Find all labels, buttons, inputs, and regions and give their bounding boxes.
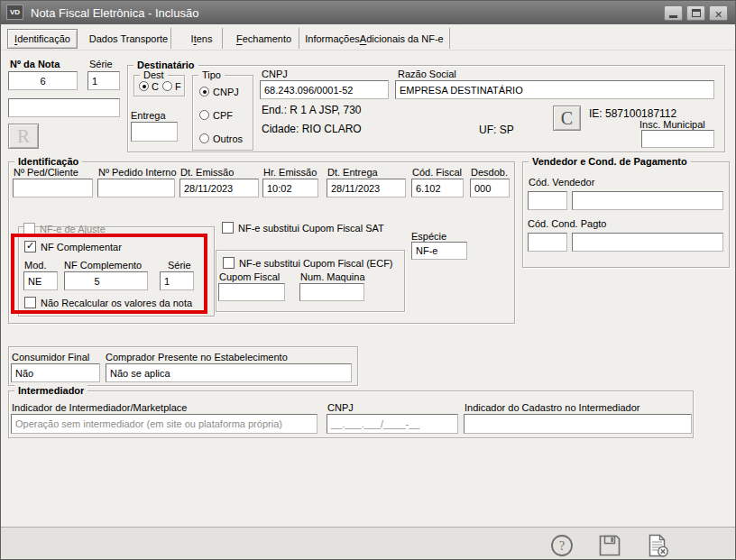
identificacao-title: Identificação bbox=[14, 156, 82, 167]
mod-label: Mod. bbox=[24, 260, 46, 271]
sat-label: NF-e substitui Cupom Fiscal SAT bbox=[238, 223, 384, 234]
tab-identifica-o[interactable]: Identificação bbox=[7, 29, 78, 49]
serie-complemento-label: Série bbox=[168, 260, 191, 271]
hr-emissao-label: Hr. Emissão bbox=[263, 167, 317, 178]
nf-complementar-checkbox[interactable] bbox=[24, 241, 36, 252]
help-button[interactable]: ? bbox=[549, 533, 575, 558]
cod-fiscal-field[interactable]: 6.102 bbox=[411, 179, 464, 197]
entrega-label: Entrega bbox=[131, 110, 166, 121]
pedido-interno-field[interactable] bbox=[97, 179, 175, 197]
intermediador-cnpj-field[interactable]: __.___.___/____-__ bbox=[327, 414, 458, 434]
radio-dest-f[interactable] bbox=[162, 81, 172, 91]
insc-municipal-label: Insc. Municipal bbox=[639, 119, 705, 130]
radio-tipo-outros[interactable] bbox=[199, 133, 209, 143]
discard-button[interactable] bbox=[645, 533, 670, 558]
radio-tipo-cnpj-label: CNPJ bbox=[213, 87, 239, 97]
consumidor-final-combo[interactable]: Não bbox=[11, 363, 100, 382]
dest-title: Dest bbox=[140, 69, 168, 80]
numero-nota-field[interactable]: 6 bbox=[8, 71, 78, 90]
radio-tipo-cnpj[interactable] bbox=[199, 87, 209, 96]
ecf-checkbox[interactable] bbox=[223, 257, 235, 269]
indicador-intermediador-label: Indicador de Intermediador/Marketplace bbox=[12, 402, 187, 413]
nf-complemento-label: NF Complemento bbox=[64, 260, 142, 271]
app-icon: VD bbox=[6, 5, 23, 20]
radio-dest-c[interactable] bbox=[139, 81, 149, 91]
serie-nota-label: Série bbox=[89, 59, 113, 69]
ie-text: IE: 587100187112 bbox=[589, 107, 676, 120]
indicador-intermediador-combo: Operação sem intermediador (em site ou p… bbox=[11, 414, 317, 434]
hr-emissao-field[interactable]: 10:02 bbox=[262, 179, 318, 197]
radio-dest-c-label: C bbox=[152, 81, 159, 92]
razao-social-label: Razão Social bbox=[398, 69, 456, 79]
nfe-ajuste-checkbox[interactable] bbox=[23, 223, 35, 234]
vendedor-nome-field[interactable] bbox=[572, 191, 723, 210]
cidade-text: Cidade: RIO CLARO bbox=[262, 123, 362, 135]
nfe-dialog: VD Nota Fiscal Eletrônica - Inclusão Ide… bbox=[0, 0, 736, 560]
intermediador-title: Intermediador bbox=[14, 385, 87, 396]
help-icon: ? bbox=[549, 533, 575, 558]
tab-dados-transporte[interactable]: Dados Transporte bbox=[87, 29, 170, 49]
desdob-field[interactable]: 000 bbox=[470, 179, 510, 197]
num-maquina-label: Num. Maquina bbox=[300, 271, 365, 282]
dt-emissao-label: Dt. Emissão bbox=[180, 167, 234, 178]
cod-cond-pagto-field[interactable] bbox=[528, 233, 567, 252]
insc-municipal-field[interactable] bbox=[641, 130, 714, 148]
nao-recalcular-checkbox[interactable] bbox=[24, 297, 36, 308]
svg-text:?: ? bbox=[559, 539, 565, 553]
radio-tipo-cpf[interactable] bbox=[199, 110, 209, 120]
vendedor-title: Vendedor e Cond. de Pagamento bbox=[529, 156, 691, 167]
nf-complementar-label: NF Complementar bbox=[41, 242, 122, 252]
tab-fechamento[interactable]: Fechamento bbox=[231, 29, 297, 49]
tab-informa-es-adicionais-da-nf-e[interactable]: Informações Adicionais da NF-e bbox=[308, 29, 441, 49]
save-button[interactable] bbox=[597, 533, 622, 558]
mod-combo[interactable]: NE bbox=[23, 271, 58, 290]
maximize-button[interactable] bbox=[686, 5, 705, 21]
nfe-ajuste-label: NF-e de Ajuste bbox=[40, 224, 106, 234]
cod-vendedor-label: Cód. Vendedor bbox=[529, 177, 594, 188]
especie-field[interactable]: NF-e bbox=[411, 242, 467, 260]
uf-text: UF: SP bbox=[479, 124, 514, 136]
nf-complemento-field[interactable]: 5 bbox=[64, 271, 148, 290]
serie-complemento-field[interactable]: 1 bbox=[160, 271, 194, 290]
entrega-field[interactable] bbox=[131, 122, 178, 142]
minimize-button[interactable] bbox=[664, 5, 683, 21]
tab-separator bbox=[170, 28, 171, 49]
intermediador-cnpj-label: CNPJ bbox=[327, 402, 354, 413]
title-bar[interactable]: VD Nota Fiscal Eletrônica - Inclusão bbox=[1, 1, 735, 24]
dt-entrega-label: Dt. Entrega bbox=[327, 167, 378, 178]
cnpj-label: CNPJ bbox=[262, 69, 288, 79]
r-button[interactable]: R bbox=[8, 124, 39, 149]
cadastro-intermediador-field[interactable] bbox=[464, 414, 692, 434]
desdob-label: Desdob. bbox=[471, 167, 508, 178]
c-button[interactable]: C bbox=[553, 106, 581, 131]
sat-checkbox[interactable] bbox=[222, 222, 234, 234]
minimize-icon bbox=[669, 15, 677, 18]
serie-nota-field[interactable]: 1 bbox=[87, 71, 120, 90]
radio-dest-f-label: F bbox=[175, 81, 181, 92]
radio-tipo-outros-label: Outros bbox=[213, 133, 243, 144]
cod-vendedor-field[interactable] bbox=[528, 191, 567, 210]
cod-cond-pagto-label: Cód. Cond. Pagto bbox=[528, 218, 606, 229]
dt-entrega-field[interactable]: 28/11/2023 bbox=[327, 179, 406, 197]
tab-bar: IdentificaçãoDados TransporteItensFecham… bbox=[1, 24, 735, 50]
tab-separator bbox=[299, 28, 299, 49]
cond-pagto-nome-field[interactable] bbox=[572, 233, 723, 252]
especie-label: Espécie bbox=[411, 231, 446, 242]
cod-fiscal-label: Cód. Fiscal bbox=[412, 167, 462, 178]
cnpj-field[interactable]: 68.243.096/0001-52 bbox=[260, 80, 389, 99]
cupom-fiscal-label: Cupom Fiscal bbox=[219, 271, 280, 282]
razao-social-field[interactable]: EMPRESA DESTINATÁRIO bbox=[395, 80, 714, 99]
tab-itens[interactable]: Itens bbox=[181, 29, 222, 49]
pedido-interno-label: Nº Pedido Interno bbox=[98, 167, 177, 178]
consumidor-final-label: Consumidor Final bbox=[12, 352, 89, 363]
nota-combo[interactable] bbox=[8, 98, 120, 117]
dt-emissao-field[interactable]: 28/11/2023 bbox=[179, 179, 259, 197]
cupom-fiscal-field[interactable] bbox=[218, 283, 285, 301]
comprador-combo[interactable]: Não se aplica bbox=[106, 363, 352, 382]
num-maquina-field[interactable] bbox=[299, 283, 364, 301]
save-icon bbox=[597, 533, 622, 558]
ped-cliente-field[interactable] bbox=[13, 179, 93, 197]
close-button[interactable] bbox=[709, 5, 728, 21]
close-icon bbox=[714, 5, 722, 22]
numero-nota-label: Nº da Nota bbox=[10, 59, 60, 69]
